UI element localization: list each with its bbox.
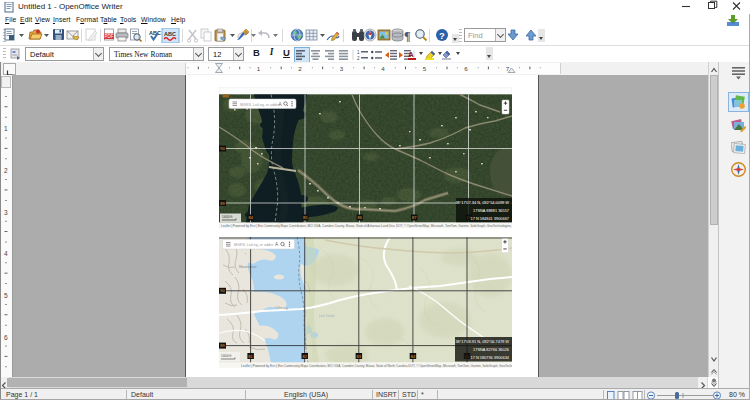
svg-text:1000 ft: 1000 ft xyxy=(222,215,232,219)
svg-text:17 N 580736 3900634: 17 N 580736 3900634 xyxy=(470,355,509,360)
svg-text:ABC: ABC xyxy=(164,31,176,37)
svg-text:84: 84 xyxy=(411,354,416,359)
svg-text:1000 ft: 1000 ft xyxy=(221,354,231,358)
svg-text:4: 4 xyxy=(4,250,8,257)
svg-text:90: 90 xyxy=(220,289,225,294)
svg-text:38°17'07.34 N, 092°54.0099 W: 38°17'07.34 N, 092°54.0099 W xyxy=(455,200,509,205)
svg-text:ABC: ABC xyxy=(149,30,161,36)
svg-text:82: 82 xyxy=(302,354,307,359)
svg-text:87: 87 xyxy=(412,215,417,220)
svg-text:6: 6 xyxy=(464,65,468,72)
svg-text:?: ? xyxy=(439,30,445,41)
svg-text:2: 2 xyxy=(298,65,302,72)
svg-text:¶: ¶ xyxy=(404,29,410,43)
svg-text:MGRS, LatLng, or addre: MGRS, LatLng, or addre xyxy=(234,243,273,247)
svg-text:PDF: PDF xyxy=(105,34,114,39)
svg-text:38°17'09.91 N, 092°56.7479 W: 38°17'09.91 N, 092°56.7479 W xyxy=(455,339,509,344)
svg-text:1: 1 xyxy=(257,65,261,72)
svg-text:1: 1 xyxy=(4,125,8,132)
svg-text:89: 89 xyxy=(220,201,225,206)
svg-text:89: 89 xyxy=(220,343,225,348)
svg-text:3: 3 xyxy=(340,65,344,72)
svg-text:5: 5 xyxy=(4,292,8,299)
svg-text:2: 2 xyxy=(4,167,8,174)
svg-text:90: 90 xyxy=(220,146,225,151)
svg-text:4: 4 xyxy=(381,65,385,72)
svg-text:MGRS, LatLng, or addre: MGRS, LatLng, or addre xyxy=(240,103,279,107)
svg-text:84: 84 xyxy=(248,215,253,220)
svg-text:85: 85 xyxy=(303,215,308,220)
svg-text:17 N 584841 3900667: 17 N 584841 3900667 xyxy=(470,216,509,221)
svg-text:17SNA 82766 36026: 17SNA 82766 36026 xyxy=(473,347,509,352)
svg-text:2: 2 xyxy=(357,56,360,60)
svg-text:A: A xyxy=(408,50,414,59)
svg-text:Linn Creek: Linn Creek xyxy=(319,314,335,318)
svg-text:86: 86 xyxy=(357,215,362,220)
svg-text:1: 1 xyxy=(357,50,360,55)
svg-text:81: 81 xyxy=(248,354,253,359)
svg-text:17SNA 88881 36557: 17SNA 88881 36557 xyxy=(473,208,509,213)
svg-text:83: 83 xyxy=(357,354,362,359)
svg-text:6: 6 xyxy=(4,334,8,341)
svg-text:Leaflet | Powered by Esri | Es: Leaflet | Powered by Esri | Esri Communi… xyxy=(221,224,512,228)
svg-text:Leaflet | Powered by Esri | Es: Leaflet | Powered by Esri | Esri Communi… xyxy=(241,364,512,368)
svg-text:3: 3 xyxy=(4,209,8,216)
svg-text:Mountainair: Mountainair xyxy=(239,265,258,269)
svg-text:5: 5 xyxy=(423,65,427,72)
